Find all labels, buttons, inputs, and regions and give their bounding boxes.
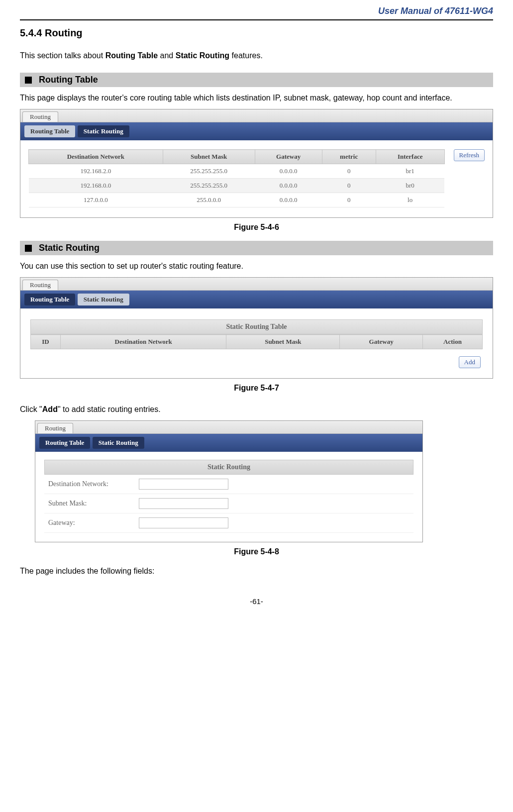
cell: 0 (322, 179, 376, 193)
figure-caption-548: Figure 5-4-8 (20, 547, 493, 556)
col-interface: Interface (376, 150, 444, 164)
cell: 0 (322, 164, 376, 179)
nav-routing-table[interactable]: Routing Table (39, 437, 90, 449)
static-routing-grid: ID Destination Network Subnet Mask Gatew… (30, 334, 483, 349)
cell: br0 (376, 179, 444, 193)
header-rule (20, 19, 493, 20)
text: This section talks about (20, 51, 105, 60)
form-title: Static Routing (44, 460, 413, 475)
gateway-input[interactable] (139, 517, 228, 528)
cell: 255.255.255.0 (163, 179, 255, 193)
square-bullet-icon (25, 245, 32, 252)
col-gateway: Gateway (340, 335, 423, 349)
static-routing-form: Static Routing Destination Network: Subn… (44, 460, 413, 533)
screenshot-static-routing-form: Routing Routing Table Static Routing Sta… (35, 420, 423, 542)
table-row: 192.168.0.0 255.255.255.0 0.0.0.0 0 br0 (29, 179, 445, 193)
section-heading: 5.4.4 Routing (20, 27, 493, 39)
outro-text: The page includes the following fields: (20, 563, 493, 579)
bold-static-routing: Static Routing (176, 51, 229, 60)
cell: 0.0.0.0 (255, 164, 322, 179)
bold-routing-table: Routing Table (105, 51, 158, 60)
text: features. (229, 51, 263, 60)
nav-static-routing[interactable]: Static Routing (78, 294, 129, 305)
nav-static-routing[interactable]: Static Routing (78, 125, 129, 137)
col-action: Action (423, 335, 483, 349)
routing-table-grid: Destination Network Subnet Mask Gateway … (28, 149, 445, 207)
sub-heading-label: Static Routing (39, 243, 100, 253)
col-mask: Subnet Mask (226, 335, 340, 349)
add-button[interactable]: Add (459, 356, 481, 368)
col-mask: Subnet Mask (163, 150, 255, 164)
text: Click " (20, 405, 42, 413)
label-destination-network: Destination Network: (44, 475, 139, 493)
table-row: 192.168.2.0 255.255.255.0 0.0.0.0 0 br1 (29, 164, 445, 179)
col-dest: Destination Network (61, 335, 226, 349)
page-tab-routing[interactable]: Routing (37, 423, 73, 433)
square-bullet-icon (25, 77, 32, 84)
nav-routing-table[interactable]: Routing Table (24, 125, 75, 137)
nav-routing-table[interactable]: Routing Table (24, 294, 75, 305)
screenshot-routing-table: Routing Routing Table Static Routing Des… (20, 109, 493, 218)
routing-table-desc: This page displays the router's core rou… (20, 90, 493, 106)
figure-caption-547: Figure 5-4-7 (20, 384, 493, 393)
page-tab-routing[interactable]: Routing (22, 111, 58, 122)
text: " to add static routing entries. (58, 405, 161, 413)
refresh-button[interactable]: Refresh (454, 149, 485, 161)
sub-heading-label: Routing Table (39, 75, 98, 85)
window-tabbar: Routing (35, 421, 422, 434)
label-subnet-mask: Subnet Mask: (44, 495, 139, 512)
window-tabbar: Routing (20, 109, 493, 122)
bold-add: Add (42, 405, 58, 413)
cell: lo (376, 193, 444, 207)
sub-heading-routing-table: Routing Table (20, 73, 493, 87)
page-tab-routing[interactable]: Routing (22, 280, 58, 290)
col-dest: Destination Network (29, 150, 163, 164)
nav-bar: Routing Table Static Routing (20, 291, 493, 308)
intro-text: This section talks about Routing Table a… (20, 48, 493, 64)
cell: 192.168.2.0 (29, 164, 163, 179)
screenshot-static-routing-list: Routing Routing Table Static Routing Sta… (20, 277, 493, 379)
window-tabbar: Routing (20, 278, 493, 291)
doc-title: User Manual of 47611-WG4 (20, 0, 493, 19)
cell: 192.168.0.0 (29, 179, 163, 193)
col-id: ID (31, 335, 61, 349)
text: and (158, 51, 176, 60)
cell: br1 (376, 164, 444, 179)
table-header-row: Destination Network Subnet Mask Gateway … (29, 150, 445, 164)
table-row: 127.0.0.0 255.0.0.0 0.0.0.0 0 lo (29, 193, 445, 207)
cell: 0 (322, 193, 376, 207)
figure-caption-546: Figure 5-4-6 (20, 223, 493, 232)
col-gateway: Gateway (255, 150, 322, 164)
cell: 127.0.0.0 (29, 193, 163, 207)
subnet-mask-input[interactable] (139, 498, 228, 509)
nav-static-routing[interactable]: Static Routing (93, 437, 144, 449)
cell: 255.255.255.0 (163, 164, 255, 179)
nav-bar: Routing Table Static Routing (20, 122, 493, 140)
cell: 0.0.0.0 (255, 179, 322, 193)
destination-network-input[interactable] (139, 479, 228, 490)
table-header-row: ID Destination Network Subnet Mask Gatew… (31, 335, 483, 349)
nav-bar: Routing Table Static Routing (35, 434, 422, 452)
label-gateway: Gateway: (44, 514, 139, 532)
sub-heading-static-routing: Static Routing (20, 241, 493, 255)
static-routing-desc: You can use this section to set up route… (20, 258, 493, 274)
cell: 0.0.0.0 (255, 193, 322, 207)
add-instruction: Click "Add" to add static routing entrie… (20, 402, 493, 417)
static-routing-table-title: Static Routing Table (30, 319, 483, 334)
page-number: -61- (20, 597, 493, 606)
col-metric: metric (322, 150, 376, 164)
cell: 255.0.0.0 (163, 193, 255, 207)
